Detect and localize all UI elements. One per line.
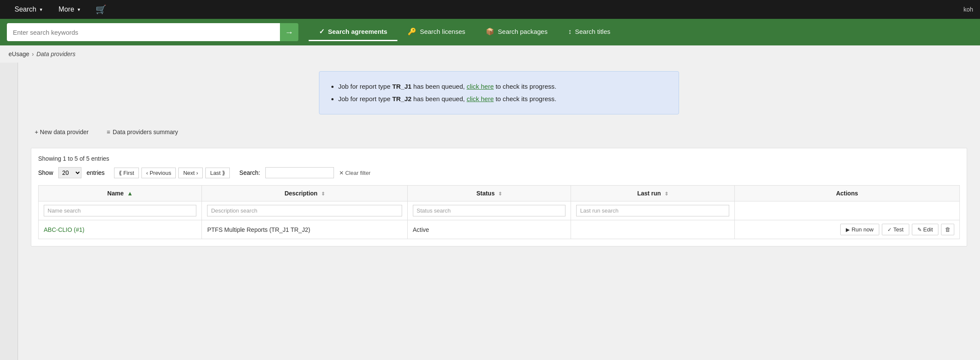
nav-user: koh [963,6,973,13]
showing-text: Showing 1 to 5 of 5 entries [38,155,960,162]
search-bar-row: → ✓ Search agreements 🔑 Search licenses … [0,19,980,45]
notif2-suffix: has been queued, [413,95,466,102]
row-description-cell: PTFS Multiple Reports (TR_J1 TR_J2) [202,220,407,239]
notification-item-2: Job for report type TR_J2 has been queue… [338,94,668,104]
row-description: PTFS Multiple Reports (TR_J1 TR_J2) [207,226,310,233]
run-now-icon: ▶ [846,227,850,233]
notification-box: Job for report type TR_J1 has been queue… [319,71,679,114]
col-last-run[interactable]: Last run ⇕ [571,186,734,201]
table-container: Showing 1 to 5 of 5 entries Show 20 10 5… [31,148,967,246]
col-name-label: Name [107,190,123,197]
top-navigation: Search ▼ More ▼ 🛒 koh [0,0,980,19]
clear-filter-label: ✕ Clear filter [339,170,371,176]
sort-last-run-icon: ⇕ [664,191,668,196]
row-name-cell: ABC-CLIO (#1) [39,220,202,239]
tab-search-titles[interactable]: ↕ Search titles [558,23,621,41]
provider-link[interactable]: ABC-CLIO (#1) [44,226,84,233]
last-run-search-input[interactable] [576,205,729,216]
table-search-row [39,201,960,220]
search-description-cell [202,201,407,220]
sort-description-icon: ⇕ [321,191,325,196]
row-last-run-cell [571,220,734,239]
edit-button[interactable]: ✎ Edit [912,224,938,235]
notif2-link-suffix: to check its progress. [496,95,556,102]
edit-label: Edit [923,226,933,233]
packages-icon: 📦 [486,27,494,36]
breadcrumb: eUsage › Data providers [0,45,980,63]
breadcrumb-parent[interactable]: eUsage [9,51,29,57]
sort-name-arrow: ▲ [127,190,133,197]
search-filter-input[interactable] [265,167,334,178]
row-status: Active [413,226,429,233]
col-status[interactable]: Status ⇕ [407,186,571,201]
search-go-arrow: → [285,27,294,37]
content-area: Job for report type TR_J1 has been queue… [0,63,980,360]
tab-search-packages[interactable]: 📦 Search packages [475,23,558,41]
tab-packages-label: Search packages [498,28,547,35]
entries-select[interactable]: 20 10 50 100 [58,167,81,178]
agreements-icon: ✓ [319,27,325,36]
search-filter-label: Search: [239,169,260,176]
col-last-run-label: Last run [637,190,661,197]
nav-cart[interactable]: 🛒 [89,0,113,19]
notif2-link[interactable]: click here [466,95,493,102]
delete-button[interactable]: 🗑 [941,224,954,235]
col-actions: Actions [734,186,959,201]
notif1-prefix: Job for report type [338,83,392,90]
run-now-button[interactable]: ▶ Run now [840,224,879,235]
notif1-link-suffix: to check its progress. [496,83,556,90]
tab-agreements-label: Search agreements [328,28,387,35]
nav-search[interactable]: Search ▼ [7,0,51,19]
notif2-prefix: Job for report type [338,95,392,102]
col-description[interactable]: Description ⇕ [202,186,407,201]
nav-search-label: Search [15,6,36,13]
table-row: ABC-CLIO (#1) PTFS Multiple Reports (TR_… [39,220,960,239]
sort-status-icon: ⇕ [498,191,502,196]
nav-more-label: More [59,6,74,13]
name-search-input[interactable] [44,205,196,216]
prev-page-button[interactable]: ‹ Previous [141,168,176,178]
sidebar [0,63,18,360]
col-actions-label: Actions [836,190,858,197]
clear-filter-button[interactable]: ✕ Clear filter [339,170,371,176]
last-page-button[interactable]: Last ⟫ [205,168,230,178]
test-label: Test [893,226,904,233]
test-icon: ✓ [887,227,892,233]
nav-search-dropdown-arrow: ▼ [39,7,43,12]
search-tabs: ✓ Search agreements 🔑 Search licenses 📦 … [309,23,621,41]
data-providers-summary-button[interactable]: ≡ Data providers summary [103,126,182,138]
main-content: Job for report type TR_J1 has been queue… [18,63,980,360]
notif1-link[interactable]: click here [466,83,493,90]
description-search-input[interactable] [207,205,402,216]
next-page-button[interactable]: Next › [178,168,203,178]
status-search-input[interactable] [413,205,565,216]
search-name-cell [39,201,202,220]
tab-search-agreements[interactable]: ✓ Search agreements [309,23,397,41]
notif1-suffix: has been queued, [413,83,466,90]
titles-icon: ↕ [568,28,571,36]
breadcrumb-current: Data providers [36,51,75,57]
nav-more-dropdown-arrow: ▼ [77,7,81,12]
row-actions-cell: ▶ Run now ✓ Test ✎ Edit [734,220,959,239]
cart-icon: 🛒 [96,4,106,15]
new-data-provider-button[interactable]: + New data provider [31,126,93,138]
breadcrumb-separator: › [32,51,34,57]
tab-search-licenses[interactable]: 🔑 Search licenses [397,23,475,41]
first-page-button[interactable]: ⟪ First [114,168,139,178]
tab-titles-label: Search titles [575,28,610,35]
search-go-button[interactable]: → [280,23,298,41]
nav-more[interactable]: More ▼ [51,0,89,19]
col-name[interactable]: Name ▲ [39,186,202,201]
table-header-row: Name ▲ Description ⇕ Status ⇕ Last run [39,186,960,201]
search-input[interactable] [7,23,280,41]
search-actions-cell [734,201,959,220]
row-actions: ▶ Run now ✓ Test ✎ Edit [740,224,954,235]
row-status-cell: Active [407,220,571,239]
notif1-bold: TR_J1 [392,83,412,90]
edit-icon: ✎ [917,227,922,233]
col-status-label: Status [476,190,495,197]
tab-licenses-label: Search licenses [420,28,465,35]
table-body: ABC-CLIO (#1) PTFS Multiple Reports (TR_… [39,220,960,239]
show-label: Show [38,169,53,176]
test-button[interactable]: ✓ Test [882,224,909,235]
